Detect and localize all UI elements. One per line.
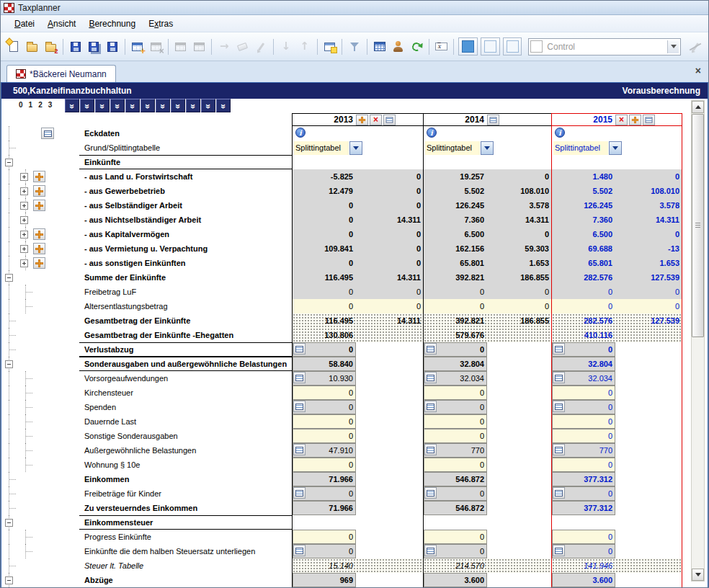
- collapse-column-button[interactable]: »: [201, 99, 215, 112]
- dropdown-arrow-button[interactable]: [609, 141, 622, 155]
- level-button-2[interactable]: 2: [38, 101, 43, 109]
- add-detail-button[interactable]: [33, 228, 45, 240]
- add-year-button[interactable]: [356, 115, 368, 125]
- outline-levels: 0123: [19, 101, 52, 109]
- collapse-column-button[interactable]: »: [80, 99, 94, 112]
- dropdown-arrow-button[interactable]: [667, 40, 679, 53]
- square-filled-button[interactable]: [458, 37, 478, 55]
- tree-expand-icon[interactable]: [20, 173, 28, 181]
- level-button-3[interactable]: 3: [48, 101, 53, 109]
- person-button[interactable]: [390, 38, 407, 55]
- tree-expand-icon[interactable]: [20, 202, 28, 210]
- scroll-up-button[interactable]: [692, 101, 704, 113]
- scroll-down-button[interactable]: [692, 569, 704, 581]
- tree-expand-icon[interactable]: [20, 245, 28, 253]
- open-file-button[interactable]: [24, 38, 41, 55]
- collapse-column-button[interactable]: »: [171, 99, 185, 112]
- collapse-column-button[interactable]: »: [156, 99, 170, 112]
- save-all-button[interactable]: [86, 38, 103, 55]
- table-row: 5.502108.010: [552, 184, 682, 198]
- level-button-1[interactable]: 1: [29, 101, 33, 109]
- control-dropdown[interactable]: Control: [528, 38, 681, 55]
- merge-table-1-button[interactable]: [172, 38, 189, 55]
- tab-baeckerei-neumann[interactable]: *Bäckerei Neumann: [6, 65, 116, 82]
- pencil-button[interactable]: [253, 38, 270, 55]
- info-icon[interactable]: i: [427, 128, 437, 138]
- tree-collapse-icon[interactable]: [5, 576, 13, 584]
- no-edit-button[interactable]: [687, 38, 704, 55]
- table-grid-button[interactable]: [371, 38, 388, 55]
- delete-column-table-button[interactable]: ×: [147, 38, 164, 55]
- collapse-column-button[interactable]: »: [110, 99, 125, 112]
- tree-expand-icon[interactable]: [20, 216, 28, 224]
- detail-list-button[interactable]: [41, 128, 54, 139]
- tree-collapse-icon[interactable]: [5, 360, 13, 368]
- tree-collapse-icon[interactable]: [5, 274, 13, 282]
- tree-collapse-icon[interactable]: [5, 519, 13, 527]
- scrollbar-thumb[interactable]: [692, 114, 704, 337]
- merge-table-2-button[interactable]: [191, 38, 208, 55]
- level-button-0[interactable]: 0: [19, 101, 23, 109]
- splitting-table-select[interactable]: Splittingtabel: [553, 141, 622, 155]
- collapse-column-button[interactable]: »: [216, 99, 231, 112]
- dropdown-arrow-button[interactable]: [349, 141, 362, 155]
- merge-table-2-icon: [194, 43, 205, 51]
- menu-extras[interactable]: Extras: [142, 17, 179, 31]
- add-year-button[interactable]: [629, 115, 641, 125]
- add-detail-button[interactable]: [33, 171, 45, 182]
- save-as-2-button[interactable]: [104, 38, 121, 55]
- add-column-table-button[interactable]: +: [129, 38, 146, 55]
- square-outline-1-button[interactable]: [481, 37, 500, 55]
- table-row: 00: [293, 299, 423, 313]
- calculator-button[interactable]: [643, 115, 655, 125]
- menu-berechnung[interactable]: Berechnung: [82, 17, 142, 31]
- tree-expand-icon[interactable]: [20, 187, 28, 195]
- cell-value: 0: [552, 429, 612, 443]
- cell-value: 3.600: [552, 573, 612, 587]
- info-icon[interactable]: i: [555, 128, 565, 138]
- menu-ansicht[interactable]: Ansicht: [41, 17, 82, 31]
- open-file-2-button[interactable]: [42, 38, 59, 55]
- close-tab-icon[interactable]: [695, 66, 701, 76]
- tree-expand-icon[interactable]: [20, 231, 28, 239]
- vertical-scrollbar[interactable]: [691, 100, 705, 582]
- add-detail-button[interactable]: [33, 185, 45, 197]
- splitting-table-select[interactable]: Splittingtabel: [425, 141, 494, 155]
- table-row: 00: [424, 299, 551, 313]
- add-detail-button[interactable]: [33, 257, 45, 269]
- arrow-up-button[interactable]: ↑: [296, 38, 313, 55]
- collapse-column-button[interactable]: »: [141, 99, 155, 112]
- row-label: Progress Einkünfte: [84, 530, 151, 544]
- collapse-column-button[interactable]: »: [65, 99, 79, 112]
- square-outline-2-button[interactable]: [503, 37, 522, 55]
- arrow-right-button[interactable]: →: [215, 38, 233, 55]
- eraser-button[interactable]: [234, 38, 251, 55]
- add-detail-button[interactable]: [33, 243, 45, 254]
- collapse-column-button[interactable]: »: [125, 99, 140, 112]
- splitting-table-select[interactable]: Splittingtabel: [294, 141, 362, 155]
- filter-button[interactable]: [346, 38, 363, 55]
- save-button[interactable]: [67, 38, 84, 55]
- collapse-column-button[interactable]: »: [186, 99, 200, 112]
- delete-year-button[interactable]: ×: [615, 115, 628, 125]
- refresh-button[interactable]: [408, 38, 425, 55]
- collapse-column-button[interactable]: »: [95, 99, 110, 112]
- add-detail-button[interactable]: [33, 200, 45, 211]
- calculator-button[interactable]: [487, 115, 499, 125]
- cell-value: 0: [675, 227, 679, 241]
- year-label: 2015: [552, 114, 612, 125]
- arrow-down-button[interactable]: ↓: [277, 38, 295, 55]
- new-document-button[interactable]: [5, 38, 22, 55]
- toolbar-separator: [125, 39, 125, 55]
- text-field-button[interactable]: [433, 38, 450, 55]
- calculator-button[interactable]: [383, 115, 396, 125]
- tree-collapse-icon[interactable]: [5, 159, 13, 166]
- dropdown-arrow-button[interactable]: [481, 141, 494, 155]
- tree-expand-icon[interactable]: [20, 259, 28, 267]
- person-icon: [393, 41, 403, 52]
- menu-datei[interactable]: Datei: [8, 17, 41, 31]
- cell-value: 214.570: [424, 558, 484, 573]
- delete-year-button[interactable]: ×: [370, 115, 382, 125]
- info-icon[interactable]: i: [295, 128, 306, 138]
- preview-window-button[interactable]: [321, 38, 339, 55]
